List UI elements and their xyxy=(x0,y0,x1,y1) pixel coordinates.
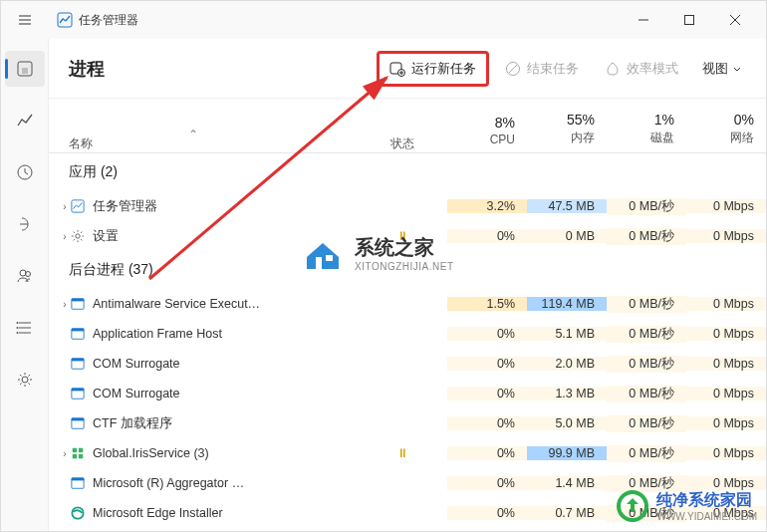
memory-cell: 47.5 MB xyxy=(527,199,607,213)
group-apps-header[interactable]: 应用 (2) xyxy=(49,153,766,191)
nav-history[interactable] xyxy=(5,154,45,190)
disk-cell: 0 MB/秒 xyxy=(607,228,686,245)
svg-rect-3 xyxy=(22,68,28,74)
page-title: 进程 xyxy=(69,57,105,81)
minimize-button[interactable] xyxy=(621,4,666,36)
process-row[interactable]: COM Surrogate0%1.3 MB0 MB/秒0 Mbps xyxy=(49,379,766,408)
process-row[interactable]: Microsoft Edge Installer0%0.7 MB0 MB/秒0 … xyxy=(49,498,766,528)
expand-toggle[interactable]: › xyxy=(49,448,69,459)
disk-cell: 0 MB/秒 xyxy=(607,505,686,522)
process-list[interactable]: 应用 (2)›任务管理器3.2%47.5 MB0 MB/秒0 Mbps›设置⏸0… xyxy=(49,153,766,531)
hamburger-menu-button[interactable] xyxy=(9,4,41,36)
memory-cell: 119.4 MB xyxy=(527,297,607,311)
svg-rect-21 xyxy=(72,359,84,362)
process-status-icon: ⏸ xyxy=(358,446,447,460)
network-cell: 0 Mbps xyxy=(686,229,766,243)
svg-rect-19 xyxy=(72,329,84,332)
page-header: 进程 运行新任务 结束任务 效率模式 xyxy=(49,39,766,99)
process-row[interactable]: CTF 加载程序0%5.0 MB0 MB/秒0 Mbps xyxy=(49,408,766,438)
chevron-down-icon xyxy=(732,64,742,74)
svg-point-8 xyxy=(16,327,18,329)
nav-performance[interactable] xyxy=(5,103,45,138)
column-network-header[interactable]: 0% 网络 xyxy=(686,112,766,152)
svg-rect-26 xyxy=(73,448,77,452)
memory-cell: 0 MB xyxy=(527,229,607,243)
process-row[interactable]: Application Frame Host0%5.1 MB0 MB/秒0 Mb… xyxy=(49,319,766,349)
nav-details[interactable] xyxy=(5,310,45,346)
run-task-icon xyxy=(389,61,405,77)
svg-point-5 xyxy=(20,270,26,276)
process-icon xyxy=(69,355,87,373)
svg-rect-31 xyxy=(72,478,84,481)
column-status-header[interactable]: 状态 xyxy=(358,135,447,152)
process-row[interactable]: COM Surrogate0%2.0 MB0 MB/秒0 Mbps xyxy=(49,349,766,379)
cpu-cell: 0% xyxy=(447,446,527,460)
process-name: Microsoft (R) Aggregator … xyxy=(93,476,358,490)
view-label: 视图 xyxy=(702,60,728,78)
network-cell: 0 Mbps xyxy=(686,416,766,430)
network-cell: 0 Mbps xyxy=(686,327,766,341)
network-cell: 0 Mbps xyxy=(686,476,766,490)
column-memory-header[interactable]: 55% 内存 xyxy=(527,112,607,152)
cpu-cell: 3.2% xyxy=(447,199,527,213)
cpu-cell: 0% xyxy=(447,229,527,243)
view-dropdown[interactable]: 视图 xyxy=(694,54,750,84)
process-icon xyxy=(69,504,87,522)
expand-toggle[interactable]: › xyxy=(49,231,69,242)
disk-cell: 0 MB/秒 xyxy=(607,445,686,462)
nav-services[interactable] xyxy=(5,362,45,398)
process-row[interactable]: ›设置⏸0%0 MB0 MB/秒0 Mbps xyxy=(49,221,766,251)
svg-rect-27 xyxy=(79,448,83,452)
disk-cell: 0 MB/秒 xyxy=(607,198,686,215)
column-name-header[interactable]: ⌃ 名称 xyxy=(49,135,358,152)
svg-point-15 xyxy=(76,234,80,238)
close-button[interactable] xyxy=(712,4,758,36)
nav-users[interactable] xyxy=(5,258,45,294)
process-row[interactable]: Microsoft Edge Update (32…0%0.6 MB0 MB/秒… xyxy=(49,528,766,531)
network-cell: 0 Mbps xyxy=(686,297,766,311)
group-background-header[interactable]: 后台进程 (37) xyxy=(49,251,766,289)
end-task-button[interactable]: 结束任务 xyxy=(495,54,589,84)
process-row[interactable]: ›Global.IrisService (3)⏸0%99.9 MB0 MB/秒0… xyxy=(49,438,766,468)
process-icon xyxy=(69,295,87,313)
memory-cell: 5.0 MB xyxy=(527,416,607,430)
process-name: 任务管理器 xyxy=(93,198,358,215)
svg-rect-23 xyxy=(72,389,84,392)
run-new-task-button[interactable]: 运行新任务 xyxy=(377,51,489,87)
nav-startup[interactable] xyxy=(5,206,45,242)
network-cell: 0 Mbps xyxy=(686,357,766,371)
memory-cell: 5.1 MB xyxy=(527,327,607,341)
process-name: Global.IrisService (3) xyxy=(93,446,358,460)
columns-header: ⌃ 名称 状态 8% CPU 55% 内存 1% 磁盘 0% xyxy=(49,99,766,153)
memory-cell: 1.3 MB xyxy=(527,387,607,400)
expand-toggle[interactable]: › xyxy=(49,299,69,310)
svg-rect-17 xyxy=(72,299,84,302)
network-cell: 0 Mbps xyxy=(686,199,766,213)
process-name: 设置 xyxy=(93,228,358,245)
process-icon xyxy=(69,227,87,245)
process-status-icon: ⏸ xyxy=(358,229,447,243)
cpu-cell: 0% xyxy=(447,476,527,490)
nav-processes[interactable] xyxy=(5,51,45,87)
disk-cell: 0 MB/秒 xyxy=(607,475,686,492)
efficiency-mode-button[interactable]: 效率模式 xyxy=(595,54,688,84)
network-cell: 0 Mbps xyxy=(686,446,766,460)
sort-indicator-icon: ⌃ xyxy=(188,128,198,141)
process-name: Antimalware Service Execut… xyxy=(93,297,358,311)
process-name: Microsoft Edge Installer xyxy=(93,506,358,520)
column-disk-header[interactable]: 1% 磁盘 xyxy=(607,112,686,152)
maximize-button[interactable] xyxy=(666,4,712,36)
nav-rail xyxy=(1,39,49,531)
process-row[interactable]: ›任务管理器3.2%47.5 MB0 MB/秒0 Mbps xyxy=(49,191,766,221)
process-name: Application Frame Host xyxy=(93,327,358,341)
svg-rect-25 xyxy=(72,418,84,421)
cpu-cell: 0% xyxy=(447,387,527,400)
cpu-cell: 0% xyxy=(447,357,527,371)
process-row[interactable]: Microsoft (R) Aggregator …0%1.4 MB0 MB/秒… xyxy=(49,468,766,498)
expand-toggle[interactable]: › xyxy=(49,201,69,212)
process-name: COM Surrogate xyxy=(93,387,358,400)
process-row[interactable]: ›Antimalware Service Execut…1.5%119.4 MB… xyxy=(49,289,766,319)
disk-cell: 0 MB/秒 xyxy=(607,296,686,313)
process-name: COM Surrogate xyxy=(93,357,358,371)
column-cpu-header[interactable]: 8% CPU xyxy=(447,115,527,152)
